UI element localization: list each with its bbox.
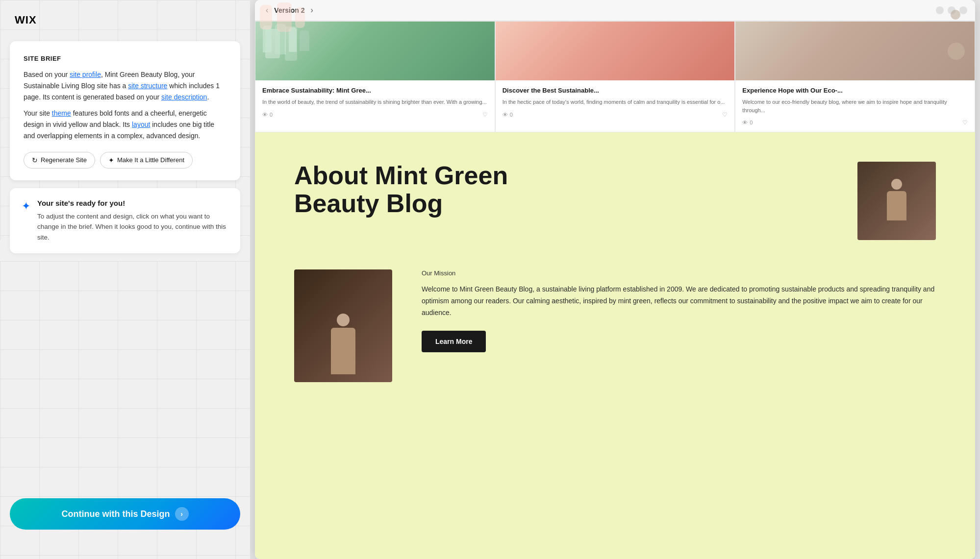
nav-forward-button[interactable]: ›	[308, 5, 316, 16]
blog-posts-row: Embrace Sustainability: Mint Gree... In …	[255, 21, 975, 132]
blog-card-3-excerpt: Welcome to our eco-friendly beauty blog,…	[742, 98, 968, 114]
person-figure-about	[884, 179, 909, 223]
about-title: About Mint Green Beauty Blog	[294, 162, 539, 218]
ready-card: ✦ Your site's ready for you! To adjust t…	[10, 188, 240, 254]
blog-card-2-views: 👁 0	[503, 112, 513, 118]
person-body	[887, 191, 906, 220]
blog-card-2-title: Discover the Best Sustainable...	[503, 86, 728, 95]
blog-card-2: Discover the Best Sustainable... In the …	[495, 21, 735, 132]
left-panel: WIX SITE BRIEF Based on your site profil…	[0, 0, 250, 559]
blog-card-1-body: Embrace Sustainability: Mint Gree... In …	[255, 80, 495, 124]
make-different-button[interactable]: ✦ Make It a Little Different	[100, 152, 193, 169]
blog-card-1-meta: 👁 0 ♡	[262, 111, 488, 118]
ready-title: Your site's ready for you!	[37, 199, 228, 207]
eye-icon-2: 👁	[503, 112, 508, 118]
blog-card-3-title: Experience Hope with Our Eco-...	[742, 86, 968, 95]
theme-link[interactable]: theme	[52, 109, 71, 117]
mission-person-figure	[328, 314, 358, 377]
blog-card-1-excerpt: In the world of beauty, the trend of sus…	[262, 98, 488, 106]
eye-icon: 👁	[262, 112, 268, 118]
mission-body	[331, 328, 355, 374]
blog-card-3: Experience Hope with Our Eco-... Welcome…	[735, 21, 975, 132]
regenerate-icon: ↻	[32, 156, 38, 164]
site-brief-paragraph1: Based on your site profile, Mint Green B…	[24, 69, 226, 103]
brief-actions: ↻ Regenerate Site ✦ Make It a Little Dif…	[24, 152, 226, 169]
continue-button-wrapper: Continue with this Design ›	[10, 498, 240, 530]
person-head	[891, 179, 902, 190]
blog-card-2-image	[496, 22, 735, 80]
blog-card-1-views: 👁 0	[262, 112, 273, 118]
preview-window: ‹ Version 2 ›	[255, 0, 975, 559]
ready-card-content: Your site's ready for you! To adjust the…	[37, 199, 228, 243]
window-chrome: ‹ Version 2 ›	[255, 0, 975, 21]
learn-more-button[interactable]: Learn More	[422, 331, 486, 352]
ready-text: To adjust the content and design, click …	[37, 211, 228, 243]
sparkle-icon: ✦	[22, 200, 30, 213]
blog-card-3-meta: 👁 0 ♡	[742, 119, 968, 126]
mission-image	[294, 269, 392, 382]
mission-label: Our Mission	[422, 269, 936, 277]
site-description-link[interactable]: site description	[161, 93, 207, 101]
right-panel: ‹ Version 2 ›	[250, 0, 980, 559]
site-profile-link[interactable]: site profile	[70, 71, 101, 78]
blog-card-3-body: Experience Hope with Our Eco-... Welcome…	[735, 80, 975, 132]
about-section: About Mint Green Beauty Blog	[255, 132, 975, 260]
mission-head	[337, 314, 350, 326]
eye-icon-3: 👁	[742, 120, 748, 125]
site-structure-link[interactable]: site structure	[128, 82, 167, 90]
mission-section: Our Mission Welcome to Mint Green Beauty…	[255, 260, 975, 412]
blog-card-2-excerpt: In the hectic pace of today's world, fin…	[503, 98, 728, 106]
mission-content: Our Mission Welcome to Mint Green Beauty…	[422, 269, 936, 352]
site-brief-card: SITE BRIEF Based on your site profile, M…	[10, 41, 240, 180]
about-image	[857, 162, 936, 240]
layout-link[interactable]: layout	[132, 121, 150, 128]
site-brief-title: SITE BRIEF	[24, 55, 226, 62]
close-button[interactable]	[959, 6, 967, 14]
heart-icon-2: ♡	[722, 111, 728, 118]
blog-card-2-body: Discover the Best Sustainable... In the …	[496, 80, 735, 124]
mission-text: Welcome to Mint Green Beauty Blog, a sus…	[422, 284, 936, 318]
site-brief-paragraph2: Your site theme features bold fonts and …	[24, 108, 226, 142]
arrow-right-icon: ›	[175, 507, 189, 521]
minimize-button[interactable]	[936, 6, 944, 14]
regenerate-site-button[interactable]: ↻ Regenerate Site	[24, 152, 95, 169]
blog-card-1: Embrace Sustainability: Mint Gree... In …	[255, 21, 495, 132]
website-preview[interactable]: Embrace Sustainability: Mint Gree... In …	[255, 21, 975, 559]
heart-icon-3: ♡	[962, 119, 968, 126]
heart-icon-1: ♡	[482, 111, 488, 118]
continue-design-button[interactable]: Continue with this Design ›	[10, 498, 240, 530]
blog-card-2-meta: 👁 0 ♡	[503, 111, 728, 118]
blog-card-1-title: Embrace Sustainability: Mint Gree...	[262, 86, 488, 95]
sparkle-small-icon: ✦	[108, 156, 114, 164]
blog-card-3-views: 👁 0	[742, 120, 753, 125]
blog-card-3-image	[735, 22, 975, 80]
blog-card-1-image	[255, 22, 495, 80]
